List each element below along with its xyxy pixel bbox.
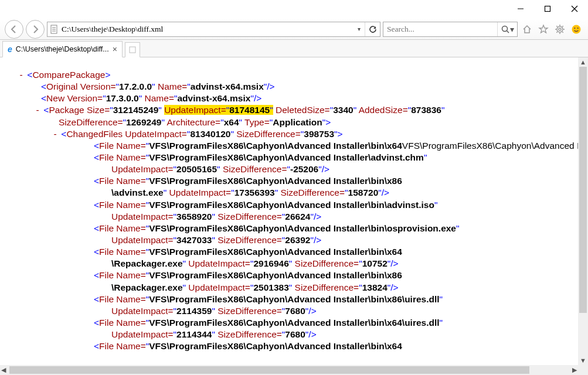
scroll-corner — [578, 365, 588, 375]
scroll-right-icon[interactable]: ▶ — [572, 366, 577, 374]
search-input[interactable] — [383, 25, 497, 34]
back-button[interactable] — [5, 20, 23, 39]
xml-viewer: - <ComparePackage><Original Version="17.… — [0, 57, 578, 365]
url-dropdown[interactable]: ▾ — [353, 26, 365, 32]
scroll-left-icon[interactable]: ◀ — [1, 366, 6, 374]
document-icon — [47, 25, 60, 34]
forward-button[interactable] — [26, 20, 45, 39]
ie-icon: e — [8, 45, 12, 54]
svg-point-8 — [502, 26, 508, 31]
horizontal-scrollbar[interactable]: ◀ ▶ — [0, 365, 578, 375]
svg-rect-23 — [130, 47, 135, 53]
svg-rect-1 — [545, 6, 550, 12]
svg-line-17 — [562, 32, 563, 33]
search-icon[interactable]: ▾ — [497, 22, 517, 36]
minimize-button[interactable] — [507, 0, 534, 18]
svg-line-19 — [562, 26, 563, 27]
tab-active[interactable]: e C:\Users\theje\Desktop\diff... × — [2, 41, 123, 57]
svg-point-22 — [577, 27, 579, 28]
svg-line-18 — [556, 32, 558, 33]
favorites-icon[interactable] — [536, 22, 550, 36]
close-button[interactable] — [561, 0, 588, 18]
url-input[interactable] — [60, 25, 353, 34]
svg-point-21 — [574, 27, 575, 28]
svg-point-11 — [559, 28, 561, 30]
svg-line-16 — [556, 26, 558, 27]
vertical-scrollbar[interactable]: ▲ ▼ — [578, 57, 588, 365]
title-bar — [0, 0, 588, 19]
svg-point-20 — [572, 25, 581, 33]
home-icon[interactable] — [520, 22, 534, 36]
smiley-icon[interactable] — [569, 22, 583, 36]
svg-line-9 — [507, 30, 509, 33]
search-bar[interactable]: ▾ — [383, 22, 518, 37]
scroll-down-icon[interactable]: ▼ — [580, 357, 586, 364]
horizontal-scroll-thumb[interactable] — [9, 366, 529, 374]
maximize-button[interactable] — [534, 0, 561, 18]
refresh-button[interactable] — [365, 22, 380, 36]
scroll-up-icon[interactable]: ▲ — [580, 59, 586, 66]
new-tab-button[interactable] — [125, 42, 140, 57]
address-bar[interactable]: ▾ — [47, 22, 380, 37]
tab-bar: e C:\Users\theje\Desktop\diff... × — [0, 40, 588, 57]
tools-icon[interactable] — [553, 22, 567, 36]
tab-close-button[interactable]: × — [113, 45, 117, 54]
tab-title: C:\Users\theje\Desktop\diff... — [16, 45, 109, 53]
svg-point-10 — [557, 26, 563, 32]
toolbar: ▾ ▾ — [0, 19, 588, 40]
vertical-scroll-thumb[interactable] — [579, 67, 587, 313]
